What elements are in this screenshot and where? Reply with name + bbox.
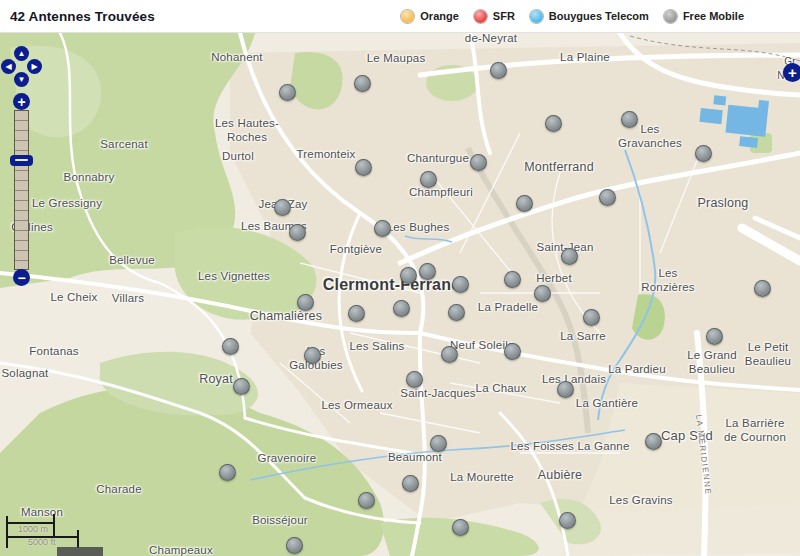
- plus-icon: +: [788, 65, 797, 80]
- zoom-slider-handle[interactable]: [10, 155, 33, 166]
- antenna-marker[interactable]: [448, 304, 465, 321]
- antenna-marker[interactable]: [402, 475, 419, 492]
- clipped-attribution-box: [57, 547, 103, 556]
- antenna-marker[interactable]: [754, 280, 771, 297]
- antenna-marker[interactable]: [557, 381, 574, 398]
- minus-icon: −: [17, 271, 25, 285]
- antenna-marker[interactable]: [400, 267, 417, 284]
- zoom-slider-track[interactable]: [14, 110, 29, 270]
- legend-item-bouygues-telecom[interactable]: Bouygues Telecom: [530, 10, 649, 23]
- antenna-marker[interactable]: [441, 346, 458, 363]
- carrier-legend: OrangeSFRBouygues TelecomFree Mobile: [401, 10, 790, 23]
- antenna-marker[interactable]: [559, 512, 576, 529]
- pan-left-button[interactable]: ◀: [1, 59, 16, 74]
- antenna-marker[interactable]: [490, 62, 507, 79]
- zoom-in-button[interactable]: +: [13, 93, 30, 110]
- pan-up-icon: ▲: [18, 49, 26, 58]
- pan-right-icon: ▶: [31, 62, 37, 71]
- carrier-dot-icon: [664, 10, 677, 23]
- antenna-marker[interactable]: [419, 263, 436, 280]
- antenna-marker[interactable]: [286, 537, 303, 554]
- legend-label: SFR: [493, 10, 515, 22]
- antenna-marker[interactable]: [561, 248, 578, 265]
- antenna-marker[interactable]: [304, 347, 321, 364]
- results-header: 42 Antennes Trouvées OrangeSFRBouygues T…: [0, 0, 800, 33]
- map-terrain-background: [0, 33, 800, 556]
- antenna-marker[interactable]: [504, 343, 521, 360]
- scalebar-right-tick: [77, 530, 79, 548]
- legend-label: Bouygues Telecom: [549, 10, 649, 22]
- antenna-marker[interactable]: [219, 464, 236, 481]
- legend-item-free-mobile[interactable]: Free Mobile: [664, 10, 744, 23]
- antenna-marker[interactable]: [354, 75, 371, 92]
- antenna-marker[interactable]: [289, 224, 306, 241]
- antenna-marker[interactable]: [545, 115, 562, 132]
- antenna-marker[interactable]: [534, 285, 551, 302]
- carrier-dot-icon: [401, 10, 414, 23]
- pan-right-button[interactable]: ▶: [27, 59, 42, 74]
- pan-up-button[interactable]: ▲: [14, 46, 29, 61]
- antenna-marker[interactable]: [470, 154, 487, 171]
- scalebar-metric-label: 1000 m: [18, 524, 48, 534]
- antenna-marker[interactable]: [695, 145, 712, 162]
- antenna-marker[interactable]: [430, 435, 447, 452]
- plus-icon: +: [17, 95, 25, 109]
- antenna-marker[interactable]: [355, 159, 372, 176]
- legend-label: Free Mobile: [683, 10, 744, 22]
- antenna-marker[interactable]: [406, 371, 423, 388]
- pan-down-icon: ▼: [18, 75, 26, 84]
- zoom-out-button[interactable]: −: [13, 269, 30, 286]
- scalebar-mid-tick: [53, 514, 55, 536]
- antenna-marker[interactable]: [348, 305, 365, 322]
- antenna-marker[interactable]: [516, 195, 533, 212]
- antenna-marker[interactable]: [706, 328, 723, 345]
- results-count-title: 42 Antennes Trouvées: [10, 9, 155, 24]
- scalebar-metric-line: [6, 522, 55, 524]
- antenna-map[interactable]: ▲ ◀ ▶ ▼ + − + 1000 m 5000 ft de-NeyratNo…: [0, 33, 800, 556]
- antenna-marker[interactable]: [279, 84, 296, 101]
- carrier-dot-icon: [474, 10, 487, 23]
- antenna-marker[interactable]: [504, 271, 521, 288]
- scalebar-imperial-line: [6, 536, 79, 538]
- legend-item-sfr[interactable]: SFR: [474, 10, 515, 23]
- antenna-marker[interactable]: [420, 171, 437, 188]
- antenna-marker[interactable]: [599, 189, 616, 206]
- pan-left-icon: ◀: [5, 62, 11, 71]
- antenna-marker[interactable]: [233, 378, 250, 395]
- antenna-marker[interactable]: [297, 294, 314, 311]
- antenna-marker[interactable]: [222, 338, 239, 355]
- carrier-dot-icon: [530, 10, 543, 23]
- legend-item-orange[interactable]: Orange: [401, 10, 459, 23]
- scalebar-left-tick: [6, 516, 8, 548]
- antenna-marker[interactable]: [452, 276, 469, 293]
- scalebar-imperial-label: 5000 ft: [28, 537, 56, 547]
- antenna-marker[interactable]: [452, 519, 469, 536]
- antenna-marker[interactable]: [393, 300, 410, 317]
- antenna-marker[interactable]: [374, 220, 391, 237]
- antenna-marker[interactable]: [358, 492, 375, 509]
- legend-label: Orange: [420, 10, 459, 22]
- pan-down-button[interactable]: ▼: [14, 72, 29, 87]
- antenna-marker[interactable]: [274, 199, 291, 216]
- overview-expand-button[interactable]: +: [783, 63, 800, 82]
- antenna-marker[interactable]: [621, 111, 638, 128]
- antenna-marker[interactable]: [645, 433, 662, 450]
- antenna-marker[interactable]: [583, 309, 600, 326]
